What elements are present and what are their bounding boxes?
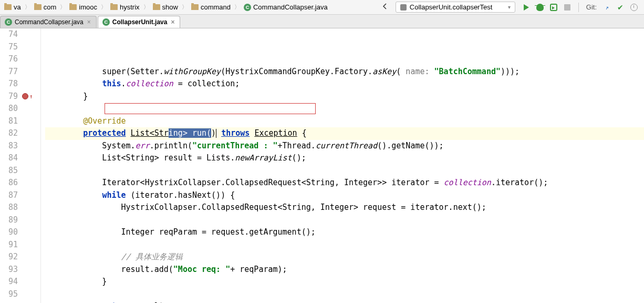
line-number: 76	[0, 53, 18, 66]
gutter-row[interactable]	[21, 189, 40, 202]
tab-commandcollapser-java[interactable]: CommandCollapser.java×	[0, 16, 97, 28]
chevron-down-icon: ▾	[508, 4, 511, 10]
breadcrumb-item-show[interactable]: show	[151, 2, 180, 12]
code-line[interactable]: while (iterator.hasNext()) {	[45, 189, 644, 202]
line-number: 81	[0, 115, 18, 128]
gutter-row[interactable]	[21, 78, 40, 90]
close-icon[interactable]: ×	[170, 18, 175, 26]
code-line[interactable]: result.add("Mooc req: "+ reqParam);	[45, 264, 644, 276]
gutter-icons[interactable]: ↑	[21, 28, 41, 303]
code-area[interactable]: super(Setter.withGroupKey(HystrixCommand…	[41, 28, 644, 303]
line-number: 95	[0, 288, 18, 301]
gutter-row[interactable]	[21, 251, 40, 264]
code-line[interactable]: protected List<String> run() throws Exce…	[45, 127, 644, 140]
line-number: 82	[0, 127, 18, 140]
gutter-row[interactable]	[21, 115, 40, 128]
debug-button[interactable]	[535, 3, 545, 12]
nav-back-button[interactable]	[379, 2, 392, 13]
gutter-row[interactable]	[21, 41, 40, 54]
code-line[interactable]	[45, 239, 644, 251]
breadcrumb-label: va	[14, 3, 21, 11]
breakpoint-icon[interactable]	[22, 93, 28, 99]
gutter-row[interactable]	[21, 264, 40, 276]
gutter-row[interactable]	[21, 177, 40, 189]
line-number: 79	[0, 90, 18, 103]
stop-button[interactable]	[563, 3, 572, 12]
breadcrumb-label: command	[201, 3, 231, 11]
gutter-row[interactable]	[21, 239, 40, 251]
code-line[interactable]	[45, 103, 644, 115]
editor-tabs: CommandCollapser.java×CollapserUnit.java…	[0, 15, 644, 28]
breadcrumb-item-commandcollapser-java[interactable]: CommandCollapser.java	[242, 2, 330, 12]
gutter-row[interactable]	[21, 152, 40, 165]
gutter-row[interactable]	[21, 103, 40, 115]
gutter-row[interactable]	[21, 226, 40, 239]
breadcrumb-item-com[interactable]: com	[32, 2, 59, 12]
code-line[interactable]: Iterator<HystrixCollapser.CollapsedReque…	[45, 177, 644, 189]
folder-icon	[4, 4, 12, 10]
code-line[interactable]	[45, 214, 644, 227]
gutter-row[interactable]	[21, 201, 40, 214]
git-label: Git:	[585, 3, 598, 11]
breadcrumb-item-command[interactable]: command	[189, 2, 233, 12]
breadcrumb-label: show	[162, 3, 178, 11]
class-icon	[5, 18, 12, 26]
code-line[interactable]: Integer reqParam = request.getArgument()…	[45, 226, 644, 239]
code-line[interactable]	[45, 165, 644, 177]
gutter-row[interactable]	[21, 288, 40, 301]
breadcrumb-separator: 〉	[143, 3, 150, 11]
code-line[interactable]: List<String> result = Lists.newArrayList…	[45, 152, 644, 165]
line-number: 80	[0, 103, 18, 115]
code-line[interactable]: HystrixCollapser.CollapsedRequest<String…	[45, 201, 644, 214]
code-line[interactable]: }	[45, 276, 644, 288]
code-line[interactable]: // 具体业务逻辑	[45, 251, 644, 264]
gutter-row[interactable]	[21, 53, 40, 66]
override-up-icon[interactable]: ↑	[29, 90, 33, 103]
line-number: 94	[0, 276, 18, 288]
code-line[interactable]: super(Setter.withGroupKey(HystrixCommand…	[45, 66, 644, 78]
gutter-row[interactable]	[21, 165, 40, 177]
line-number: 83	[0, 140, 18, 153]
line-number: 78	[0, 78, 18, 90]
folder-icon	[69, 4, 77, 10]
code-line[interactable]	[45, 288, 644, 301]
gutter-row[interactable]	[21, 214, 40, 227]
code-line[interactable]: System.err.println("currentThread : "+Th…	[45, 140, 644, 153]
code-line[interactable]: this.collection = collection;	[45, 78, 644, 90]
breadcrumb-item-hystrix[interactable]: hystrix	[108, 2, 142, 12]
gutter-row[interactable]	[21, 276, 40, 288]
coverage-button[interactable]	[549, 3, 558, 12]
line-number: 75	[0, 41, 18, 54]
folder-icon	[110, 4, 118, 10]
gutter-row[interactable]	[21, 140, 40, 153]
tab-label: CollapserUnit.java	[112, 18, 168, 26]
gutter-row[interactable]	[21, 127, 40, 140]
git-commit-button[interactable]: ✔	[616, 3, 625, 12]
tab-collapserunit-java[interactable]: CollapserUnit.java×	[98, 16, 181, 28]
breadcrumb-item-imooc[interactable]: imooc	[67, 2, 99, 12]
git-update-button[interactable]: ⭎	[602, 3, 611, 12]
line-number: 86	[0, 177, 18, 189]
run-config-icon	[400, 4, 407, 11]
folder-icon	[153, 4, 160, 10]
toolbar-buttons: Git: ⭎ ✔	[518, 3, 642, 12]
run-config-selector[interactable]: CollapserUnit.collapserTest ▾	[396, 2, 515, 13]
gutter-row[interactable]	[21, 66, 40, 78]
code-line[interactable]: }	[45, 90, 644, 103]
gutter-row[interactable]: ↑	[21, 90, 40, 103]
breadcrumb-item-va[interactable]: va	[2, 2, 23, 12]
gutter-row[interactable]	[21, 28, 40, 41]
breadcrumb-separator: 〉	[59, 3, 66, 11]
code-line[interactable]: @Override	[45, 115, 644, 128]
line-number: 87	[0, 189, 18, 202]
git-history-button[interactable]	[629, 3, 639, 12]
line-number: 77	[0, 66, 18, 78]
run-button[interactable]	[522, 3, 531, 12]
close-icon[interactable]: ×	[86, 18, 92, 26]
stop-icon	[564, 4, 570, 11]
editor: 7475767778798081828384858687888990919293…	[0, 28, 644, 303]
tab-label: CommandCollapser.java	[15, 18, 84, 26]
line-number: 92	[0, 251, 18, 264]
code-line[interactable]: return result;	[45, 300, 644, 303]
folder-icon	[191, 4, 199, 10]
